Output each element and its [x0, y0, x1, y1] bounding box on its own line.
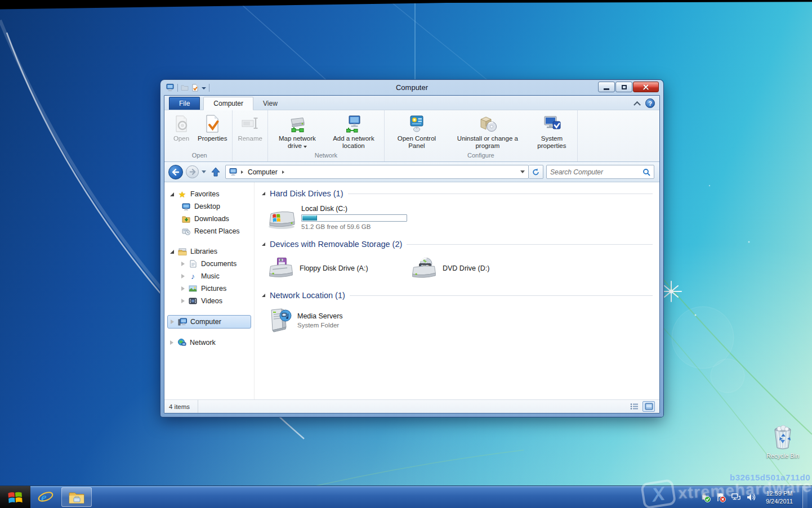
sidebar-item-videos[interactable]: Videos: [164, 295, 254, 307]
address-bar[interactable]: Computer: [225, 165, 529, 179]
svg-text:e: e: [41, 490, 47, 504]
file-list-pane: Hard Disk Drives (1): [255, 182, 659, 399]
floppy-drive-item[interactable]: Floppy Disk Drive (A:): [265, 255, 408, 282]
expander-closed-icon[interactable]: [170, 340, 173, 345]
ribbon-tab-row: File Computer View ?: [164, 96, 659, 110]
local-disk-item[interactable]: Local Disk (C:) 51.2 GB free of 59.6 GB: [265, 203, 417, 232]
status-bar: 4 items: [164, 399, 659, 413]
expander-closed-icon[interactable]: [181, 299, 185, 303]
properties-button[interactable]: Properties: [195, 113, 230, 143]
dvd-drive-item[interactable]: DVD DVD Drive (D:): [408, 255, 551, 282]
ribbon: Open Properties Open Rename: [164, 110, 659, 162]
refresh-button[interactable]: [529, 165, 543, 179]
ribbon-group-label: Open: [169, 152, 230, 161]
documents-icon: [188, 260, 198, 268]
item-count: 4 items: [169, 400, 198, 413]
sidebar-item-computer[interactable]: Computer: [167, 315, 251, 329]
taskbar-internet-explorer[interactable]: e: [30, 486, 61, 508]
close-button[interactable]: [633, 82, 659, 92]
network-tray-icon[interactable]: [731, 492, 741, 502]
minimize-ribbon-icon[interactable]: [633, 101, 641, 109]
sidebar-item-music[interactable]: ♪ Music: [164, 270, 254, 282]
taskbar-file-explorer[interactable]: [61, 487, 92, 507]
sidebar-item-desktop[interactable]: Desktop: [164, 200, 254, 213]
search-box[interactable]: [546, 165, 654, 179]
expander-closed-icon[interactable]: [181, 262, 185, 266]
section-collapse-icon[interactable]: [262, 192, 265, 195]
recent-pages-dropdown-icon[interactable]: [202, 170, 206, 173]
search-input[interactable]: [550, 168, 643, 176]
expander-open-icon[interactable]: [170, 250, 174, 254]
help-icon[interactable]: ?: [645, 98, 655, 108]
libraries-icon: [177, 248, 187, 256]
titlebar[interactable]: Computer: [164, 80, 660, 95]
thumbnails-view-button[interactable]: [643, 401, 655, 412]
taskbar-clock[interactable]: 12:59 PM 9/24/2011: [761, 489, 797, 505]
search-icon[interactable]: [643, 168, 650, 176]
usb-device-tray-icon[interactable]: [701, 492, 711, 502]
ribbon-group-network: Map network drive Add a network location…: [268, 110, 385, 161]
tab-computer[interactable]: Computer: [203, 97, 253, 110]
hard-drive-icon: [267, 205, 297, 230]
open-button[interactable]: Open: [169, 113, 194, 143]
ribbon-group-open: Open Properties Open: [167, 110, 233, 161]
breadcrumb-computer[interactable]: Computer: [247, 167, 279, 177]
desktop-icon: [181, 203, 191, 211]
recycle-bin[interactable]: Recycle Bin: [761, 425, 804, 459]
sidebar-item-network[interactable]: Network: [164, 336, 254, 349]
system-properties-button[interactable]: System properties: [529, 113, 575, 150]
uninstall-program-button[interactable]: Uninstall or change a program: [448, 113, 528, 150]
recent-places-icon: [181, 227, 191, 236]
show-desktop-button[interactable]: [802, 486, 807, 508]
section-collapse-icon[interactable]: [262, 242, 265, 246]
expander-open-icon[interactable]: [170, 192, 174, 196]
open-icon: [172, 114, 191, 133]
videos-icon: [188, 297, 198, 305]
volume-tray-icon[interactable]: [746, 492, 756, 502]
action-center-tray-icon[interactable]: [716, 492, 726, 502]
map-network-drive-button[interactable]: Map network drive: [270, 113, 324, 150]
details-view-button[interactable]: [628, 401, 640, 412]
ribbon-group-label: Configure: [387, 152, 575, 161]
map-network-drive-icon: [288, 114, 307, 133]
expander-closed-icon[interactable]: [181, 274, 185, 278]
expander-closed-icon[interactable]: [181, 286, 185, 291]
minimize-button[interactable]: [598, 82, 615, 92]
sidebar-item-favorites[interactable]: ★ Favorites: [164, 188, 254, 200]
tab-file[interactable]: File: [169, 97, 200, 110]
section-collapse-icon[interactable]: [262, 294, 265, 297]
back-button[interactable]: [168, 165, 183, 179]
media-servers-item[interactable]: Media Servers System Folder: [265, 306, 408, 334]
breadcrumb-arrow-icon[interactable]: [241, 170, 243, 174]
tab-view[interactable]: View: [253, 97, 287, 110]
rename-button[interactable]: Rename: [235, 113, 265, 143]
folder-icon: [68, 491, 85, 504]
media-server-name: Media Servers: [297, 312, 343, 320]
sidebar-item-documents[interactable]: Documents: [164, 258, 254, 270]
open-control-panel-button[interactable]: Open Control Panel: [387, 113, 447, 150]
taskbar: e 12:59 PM 9/24/2011: [0, 485, 812, 508]
downloads-icon: [181, 215, 191, 223]
sidebar-item-pictures[interactable]: Pictures: [164, 282, 254, 295]
forward-button[interactable]: [186, 165, 199, 178]
up-button[interactable]: [209, 165, 222, 179]
add-network-location-icon: [344, 114, 363, 133]
maximize-button[interactable]: [615, 82, 632, 92]
dvd-drive-icon: DVD: [410, 257, 438, 280]
ribbon-group-label: Network: [270, 152, 382, 161]
address-dropdown-icon[interactable]: [520, 170, 525, 173]
breadcrumb-arrow-icon-2[interactable]: [282, 170, 284, 174]
start-button[interactable]: [0, 486, 30, 508]
internet-explorer-icon: e: [37, 489, 54, 505]
sidebar-item-libraries[interactable]: Libraries: [164, 245, 254, 258]
add-network-location-button[interactable]: Add a network location: [325, 113, 382, 150]
sidebar-item-recent-places[interactable]: Recent Places: [164, 225, 254, 237]
navigation-pane: ★ Favorites Desktop Downloads Recent Pla…: [164, 182, 255, 399]
recycle-bin-icon: [771, 425, 794, 450]
expander-closed-icon[interactable]: [171, 320, 174, 324]
sidebar-item-downloads[interactable]: Downloads: [164, 213, 254, 225]
dropdown-arrow-icon: [304, 146, 307, 148]
disk-usage-bar: [301, 214, 407, 222]
windows-flag-icon: [8, 491, 23, 503]
section-hard-disk-drives: Hard Disk Drives (1): [262, 186, 653, 201]
